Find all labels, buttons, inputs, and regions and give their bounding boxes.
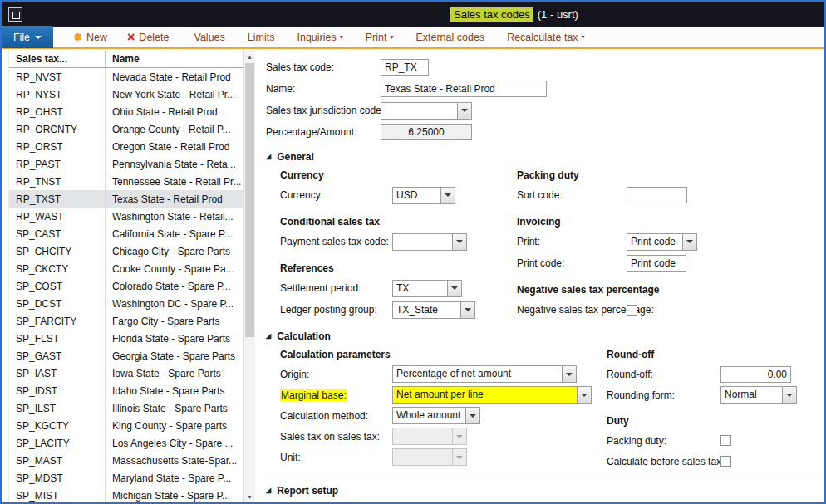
cell-name: Chicago City - Spare Parts [106, 246, 243, 257]
menu-item-label: Print [366, 32, 387, 43]
ledger-posting-group-combobox[interactable]: TX_State [392, 301, 475, 319]
cell-name: Pennsylvania State - Reta... [106, 159, 243, 170]
origin-combobox[interactable]: Percentage of net amount [392, 365, 577, 383]
menu-item-limits[interactable]: Limits [248, 32, 275, 43]
grid-row-SP_KGCTY[interactable]: SP_KGCTYKing County - Spare parts [9, 417, 243, 434]
menu-item-values[interactable]: Values [194, 32, 225, 43]
currency-combobox[interactable]: USD [392, 187, 455, 204]
chevron-down-icon: ▾ [582, 33, 585, 41]
grid-row-SP_ILST[interactable]: SP_ILSTIllinois State - Spare Parts [9, 399, 243, 417]
grid-row-SP_CKCTY[interactable]: SP_CKCTYCooke County - Spare Pa... [9, 260, 243, 277]
grid-row-SP_CHCITY[interactable]: SP_CHCITYChicago City - Spare Parts [9, 242, 243, 260]
scrollbar-thumb[interactable] [245, 63, 254, 337]
cell-code: SP_DCST [9, 295, 106, 312]
grid-row-SP_MDST[interactable]: SP_MDSTMaryland State - Spare P... [9, 469, 243, 487]
grid-row-RP_ORCNTY[interactable]: RP_ORCNTYOrange County - Retail P... [9, 120, 243, 138]
grid-row-SP_MIST[interactable]: SP_MISTMichigan State - Spare P... [9, 487, 243, 502]
chevron-down-icon[interactable] [447, 281, 461, 296]
sales-tax-code-input[interactable] [381, 59, 429, 76]
details-panel: Sales tax code: Name: Sales tax jurisdic… [266, 51, 821, 502]
file-menu-button[interactable]: File [2, 26, 53, 48]
sales-tax-on-sales-tax-value [393, 428, 452, 444]
grid-row-RP_NVST[interactable]: RP_NVSTNevada State - Retail Prod [9, 68, 243, 86]
chevron-down-icon[interactable] [457, 103, 471, 119]
grid-row-SP_MAST[interactable]: SP_MASTMassachusetts State-Spar... [9, 452, 243, 469]
grid-row-SP_IAST[interactable]: SP_IASTIowa State - Spare Parts [9, 365, 243, 382]
chevron-down-icon: ▾ [390, 33, 393, 41]
sort-code-input[interactable] [627, 187, 687, 203]
collapse-icon: ◢ [266, 333, 271, 340]
section-header-calculation[interactable]: ◢ Calculation [266, 327, 821, 345]
section-header-report-setup[interactable]: ◢ Report setup [266, 477, 821, 499]
negative-sales-tax-checkbox[interactable] [627, 305, 637, 316]
marginal-base-label: Marginal base: [280, 389, 392, 401]
grid-row-SP_DCST[interactable]: SP_DCSTWashington DC - Spare P... [9, 295, 243, 312]
grid-row-RP_ORST[interactable]: RP_ORSTOregon State - Retail Prod [9, 138, 243, 155]
group-header-calculation-parameters: Calculation parameters [280, 345, 607, 364]
new-button[interactable]: New [73, 32, 107, 43]
rounding-form-combobox[interactable]: Normal [720, 386, 797, 404]
percentage-input[interactable] [381, 124, 472, 140]
print-code-input[interactable] [627, 255, 686, 272]
menu-item-print[interactable]: Print▾ [366, 32, 394, 43]
chevron-down-icon[interactable] [562, 366, 576, 382]
grid-row-SP_FARCITY[interactable]: SP_FARCITYFargo City - Spare Parts [9, 312, 243, 330]
chevron-down-icon[interactable] [682, 234, 696, 250]
chevron-down-icon[interactable] [460, 302, 474, 318]
cell-code: RP_ORST [9, 138, 106, 155]
grid-row-SP_GAST[interactable]: SP_GASTGeorgia State - Spare Parts [9, 347, 243, 365]
menu-item-external-codes[interactable]: External codes [415, 32, 484, 43]
grid-row-SP_IDST[interactable]: SP_IDSTIdaho State - Spare Parts [9, 382, 243, 399]
grid-row-RP_OHST[interactable]: RP_OHSTOhio State - Retail Prod [9, 103, 243, 120]
chevron-down-icon[interactable] [440, 188, 455, 203]
cell-code: SP_IAST [9, 365, 106, 382]
grid-row-SP_COST[interactable]: SP_COSTColorado State - Spare P... [9, 277, 243, 295]
print-combobox[interactable]: Print code [627, 233, 697, 251]
column-header-name[interactable]: Name [106, 53, 243, 65]
cell-code: RP_WAST [9, 208, 106, 225]
round-off-label: Round-off: [607, 369, 720, 380]
marginal-base-combobox[interactable]: Net amount per line [392, 386, 592, 404]
grid-row-SP_FLST[interactable]: SP_FLSTFlorida State - Spare Parts [9, 330, 243, 347]
scroll-up-icon[interactable]: ▲ [244, 51, 255, 62]
chevron-down-icon [452, 428, 466, 444]
grid-row-RP_TXST[interactable]: RP_TXSTTexas State - Retail Prod [9, 190, 243, 208]
calculate-before-sales-tax-checkbox[interactable] [720, 456, 731, 467]
grid-row-RP_NYST[interactable]: RP_NYSTNew York State - Retail Pr... [9, 86, 243, 103]
group-header-currency: Currency [280, 166, 517, 184]
settlement-period-combobox[interactable]: TX [392, 280, 462, 297]
delete-button[interactable]: × Delete [127, 32, 169, 43]
delete-button-label: Delete [139, 32, 169, 43]
chevron-down-icon[interactable] [465, 408, 479, 423]
grid-row-SP_CAST[interactable]: SP_CASTCalifornia State - Spare P... [9, 225, 243, 242]
toolbar-menu: ValuesLimitsInquiries▾Print▾External cod… [194, 32, 585, 43]
column-header-sales-tax-code[interactable]: Sales tax... [9, 51, 106, 67]
section-header-general[interactable]: ◢ General [266, 148, 821, 166]
calculation-method-label: Calculation method: [280, 410, 392, 422]
packing-duty-checkbox[interactable] [720, 435, 731, 446]
currency-value: USD [393, 188, 440, 203]
name-input[interactable] [381, 81, 547, 97]
calculation-method-combobox[interactable]: Whole amount [392, 407, 480, 424]
collapse-icon: ◢ [266, 487, 271, 494]
group-header-packing-duty: Packing duty [517, 166, 821, 184]
grid-row-SP_LACITY[interactable]: SP_LACITYLos Angeles City - Spare ... [9, 434, 243, 452]
grid-row-RP_PAST[interactable]: RP_PASTPennsylvania State - Reta... [9, 155, 243, 173]
menu-item-inquiries[interactable]: Inquiries▾ [297, 32, 342, 43]
grid-row-RP_WAST[interactable]: RP_WASTWashington State - Retail... [9, 208, 243, 225]
cell-name: Orange County - Retail P... [106, 124, 243, 135]
chevron-down-icon[interactable] [452, 234, 466, 250]
grid-row-RP_TNST[interactable]: RP_TNSTTennessee State - Retail Pr... [9, 173, 243, 190]
jurisdiction-combobox[interactable] [381, 102, 472, 120]
print-code-label: Print code: [517, 257, 627, 269]
round-off-input[interactable] [720, 366, 791, 383]
menu-item-recalculate-tax[interactable]: Recalculate tax▾ [507, 32, 584, 43]
grid-body: RP_NVSTNevada State - Retail ProdRP_NYST… [9, 68, 243, 502]
scroll-down-icon[interactable]: ▼ [244, 491, 255, 502]
negative-sales-tax-label: Negative sales tax percentage: [517, 304, 627, 316]
payment-sales-tax-code-combobox[interactable] [392, 233, 467, 251]
cell-name: Washington State - Retail... [106, 211, 243, 223]
chevron-down-icon[interactable] [782, 387, 796, 403]
grid-scrollbar[interactable]: ▲ ▼ [244, 51, 255, 502]
chevron-down-icon[interactable] [577, 387, 591, 403]
